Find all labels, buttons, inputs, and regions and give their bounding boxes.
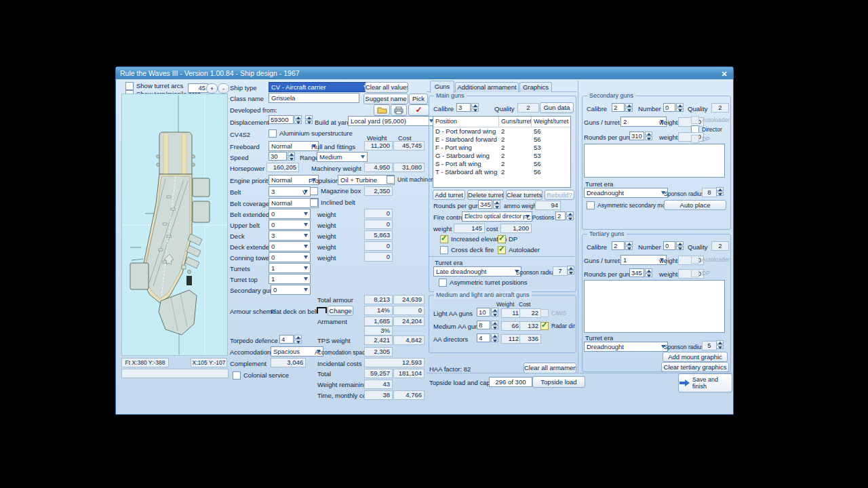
tertiary-mounts-listbox[interactable] xyxy=(584,280,725,333)
spinner-arrows[interactable] xyxy=(288,152,295,161)
spinner-value[interactable]: 0 xyxy=(663,241,675,250)
build-at-yard-select[interactable]: Local yard (95,000) xyxy=(348,116,436,126)
arc-plus-button[interactable]: + xyxy=(206,83,218,94)
spin-up-icon[interactable] xyxy=(676,241,684,245)
speed-spinner[interactable]: 30 xyxy=(269,152,295,161)
spin-down-icon[interactable] xyxy=(645,136,652,140)
spin-up-icon[interactable] xyxy=(676,103,684,107)
table-header[interactable]: Position xyxy=(433,117,499,127)
add-mount-graphic-button[interactable]: Add mount graphic xyxy=(663,352,728,362)
spin-down-icon[interactable] xyxy=(716,345,724,349)
cell-guns[interactable]: 2 xyxy=(499,160,532,168)
turrets-select[interactable]: 1 xyxy=(269,263,311,273)
spin-up-icon[interactable] xyxy=(566,211,574,216)
cell-position[interactable]: D - Port forward wing xyxy=(433,127,499,136)
clear-all-armament-button[interactable]: Clear all armament xyxy=(524,363,576,373)
spinner-value[interactable]: 3 xyxy=(456,103,471,112)
cell-guns[interactable]: 2 xyxy=(499,127,532,136)
add-turret-button[interactable]: Add turret xyxy=(433,190,465,200)
spinner-value[interactable]: 30 xyxy=(269,152,287,161)
ship-type-select[interactable]: CV - Aircraft carrier xyxy=(269,82,370,92)
table-row[interactable]: D - Port forward wing256 xyxy=(433,127,570,136)
fc-positions-spinner[interactable]: 2 xyxy=(555,211,574,220)
table-row[interactable]: F - Port wing253 xyxy=(433,144,570,152)
displacement-spinner[interactable]: 59300 xyxy=(269,115,302,124)
tertiary-number-spinner[interactable]: 0 xyxy=(663,241,684,250)
print-button[interactable] xyxy=(391,104,407,116)
spin-down-icon[interactable] xyxy=(567,270,574,274)
spin-down-icon[interactable] xyxy=(493,205,500,209)
class-name-input[interactable]: Grisuela xyxy=(269,93,359,103)
secondary-turret-era-select[interactable]: Dreadnought xyxy=(584,188,668,198)
change-armour-button[interactable]: Change xyxy=(328,306,353,316)
show-turret-arcs-checkbox[interactable]: Show turret arcs xyxy=(125,82,183,90)
secondary-calibre-spinner[interactable]: 2 xyxy=(612,103,633,112)
table-row[interactable]: S - Port aft wing256 xyxy=(433,160,570,168)
spin-up-icon[interactable] xyxy=(305,115,313,119)
spinner-arrows[interactable] xyxy=(294,115,302,124)
spin-down-icon[interactable] xyxy=(288,157,295,161)
spin-up-icon[interactable] xyxy=(471,103,479,107)
spinner-value[interactable]: 2 xyxy=(612,241,625,250)
spinner-arrows[interactable] xyxy=(491,333,498,342)
spin-down-icon[interactable] xyxy=(625,108,633,112)
spinner-arrows[interactable] xyxy=(491,308,498,317)
tab-guns[interactable]: Guns xyxy=(430,81,454,93)
spinner-value[interactable]: 310 xyxy=(629,131,644,140)
spin-up-icon[interactable] xyxy=(493,200,500,204)
spinner-value[interactable]: 10 xyxy=(477,308,490,317)
spin-down-icon[interactable] xyxy=(294,340,302,344)
spin-up-icon[interactable] xyxy=(567,266,574,270)
titlebar[interactable]: Rule the Waves III - Version 1.00.84 - S… xyxy=(116,67,733,79)
spin-down-icon[interactable] xyxy=(471,108,479,112)
spinner-value[interactable]: 345 xyxy=(629,268,644,277)
increased-elevation-checkbox[interactable]: Increased elevation xyxy=(440,235,507,243)
belt-extended-select[interactable]: 0 xyxy=(269,209,311,219)
tertiary-rounds-spinner[interactable]: 345 xyxy=(629,268,652,277)
tertiary-turret-era-select[interactable]: Dreadnought xyxy=(584,342,668,352)
spin-up-icon[interactable] xyxy=(288,152,295,156)
aluminium-superstructure-checkbox[interactable]: Aluminium superstructure xyxy=(269,129,353,138)
turret-top-select[interactable]: 1 xyxy=(269,274,311,284)
cell-position[interactable]: T - Starboard aft wing xyxy=(433,168,499,176)
confirm-button[interactable]: ✓ xyxy=(408,104,429,116)
spin-down-icon[interactable] xyxy=(645,273,652,277)
clear-all-values-button[interactable]: Clear all values xyxy=(365,82,408,93)
range-select[interactable]: Medium xyxy=(317,152,368,162)
spinner-arrows[interactable] xyxy=(493,200,500,209)
autoloader-checkbox[interactable]: Autoloader xyxy=(498,246,540,254)
spin-down-icon[interactable] xyxy=(491,338,498,342)
secondary-guns-count-select[interactable]: 0 xyxy=(271,285,311,295)
table-row[interactable]: G - Starboard wing253 xyxy=(433,152,570,160)
main-turret-era-select[interactable]: Late dreadnought xyxy=(433,266,521,277)
table-header[interactable]: Guns/turret xyxy=(499,117,532,127)
cell-position[interactable]: E - Starboard forward wing xyxy=(433,136,499,144)
spinner-arrows[interactable] xyxy=(294,335,302,344)
cell-guns[interactable]: 2 xyxy=(499,136,532,144)
auto-place-button[interactable]: Auto place xyxy=(664,200,726,210)
spin-up-icon[interactable] xyxy=(645,268,652,272)
dp-checkbox[interactable]: DP xyxy=(498,235,517,243)
spin-down-icon[interactable] xyxy=(305,120,313,124)
spinner-value[interactable]: 59300 xyxy=(269,115,294,124)
cell-weight[interactable]: 53 xyxy=(532,152,570,160)
spin-down-icon[interactable] xyxy=(491,312,498,317)
cross-deck-fire-checkbox[interactable]: Cross deck fire xyxy=(440,246,494,254)
secondary-mounts-listbox[interactable] xyxy=(584,144,725,178)
deck-select[interactable]: 3 xyxy=(269,230,311,241)
ship-drawing-canvas[interactable] xyxy=(121,94,228,356)
asymmetric-secondary-checkbox[interactable]: Asymmetric secondary mounts xyxy=(587,201,676,209)
inclined-belt-checkbox[interactable]: Inclined belt xyxy=(310,199,355,207)
cell-weight[interactable]: 56 xyxy=(532,136,570,144)
spinner-arrows[interactable] xyxy=(676,241,684,250)
spinner-arrows[interactable] xyxy=(471,103,479,112)
spin-up-icon[interactable] xyxy=(625,103,633,107)
spin-down-icon[interactable] xyxy=(716,192,724,196)
cell-guns[interactable]: 2 xyxy=(499,144,532,152)
spin-down-icon[interactable] xyxy=(566,216,574,220)
deck-extended-select[interactable]: 0 xyxy=(269,241,311,251)
spin-up-icon[interactable] xyxy=(294,335,302,339)
main-calibre-spinner[interactable]: 3 xyxy=(456,103,479,112)
cell-weight[interactable]: 56 xyxy=(532,160,570,168)
main-rounds-spinner[interactable]: 345 xyxy=(478,200,500,209)
